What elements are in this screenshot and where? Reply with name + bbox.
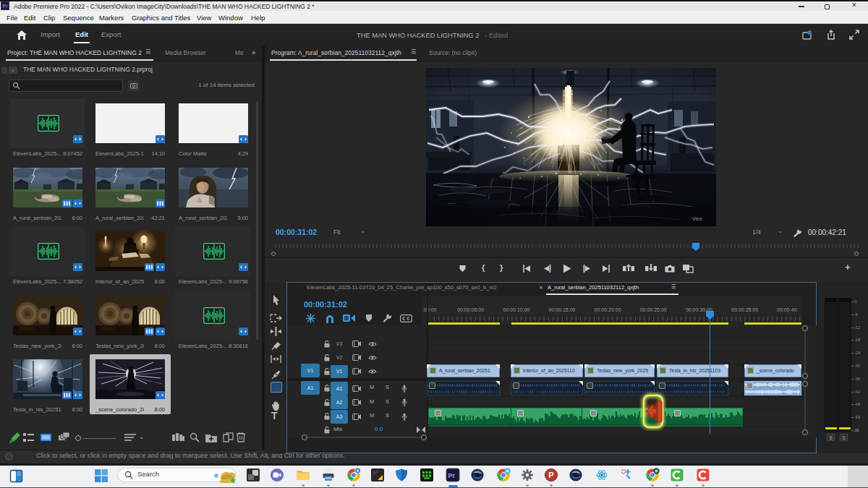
svg-text:Pr: Pr (448, 472, 455, 479)
svg-text:P: P (548, 471, 553, 479)
svg-text:Veo: Veo (692, 215, 702, 222)
